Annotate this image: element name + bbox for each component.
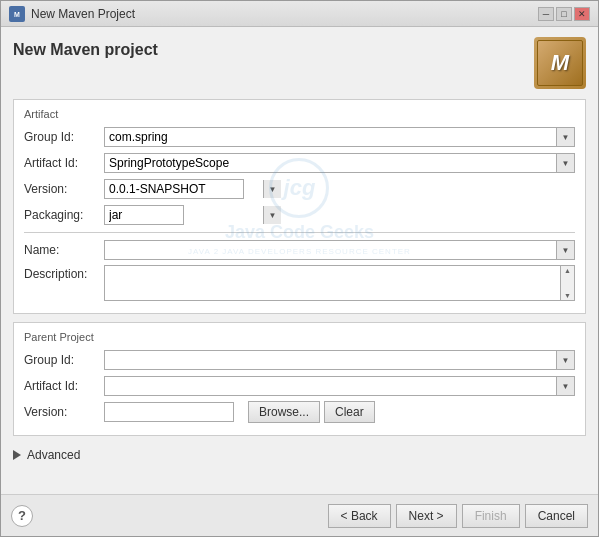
parent-section-label: Parent Project [24, 331, 575, 343]
parent-group-id-input[interactable] [105, 351, 556, 369]
title-bar-left: M New Maven Project [9, 6, 135, 22]
group-id-field: ▼ [104, 127, 575, 147]
artifact-id-input[interactable] [105, 154, 556, 172]
main-form: jcg Java Code Geeks JAVA 2 JAVA DEVELOPE… [13, 99, 586, 484]
scroll-up-icon[interactable]: ▲ [564, 267, 571, 274]
parent-group-id-field: ▼ [104, 350, 575, 370]
packaging-row: Packaging: ▼ [24, 204, 575, 226]
parent-artifact-id-field: ▼ [104, 376, 575, 396]
maven-logo: M [534, 37, 586, 89]
group-id-combo[interactable]: ▼ [104, 127, 575, 147]
window-icon: M [9, 6, 25, 22]
parent-artifact-id-row: Artifact Id: ▼ [24, 375, 575, 397]
packaging-dropdown-arrow[interactable]: ▼ [263, 206, 281, 224]
close-button[interactable]: ✕ [574, 7, 590, 21]
maven-logo-inner: M [537, 40, 583, 86]
version-label: Version: [24, 182, 104, 196]
advanced-label: Advanced [27, 448, 80, 462]
parent-section: Parent Project Group Id: ▼ Artifact Id: [13, 322, 586, 436]
content-area: New Maven project M jcg Java Code Geeks … [1, 27, 598, 494]
artifact-divider [24, 232, 575, 233]
clear-button[interactable]: Clear [324, 401, 375, 423]
window-title: New Maven Project [31, 7, 135, 21]
artifact-section-label: Artifact [24, 108, 575, 120]
version-combo[interactable]: ▼ [104, 179, 244, 199]
parent-artifact-id-label: Artifact Id: [24, 379, 104, 393]
packaging-field: ▼ [104, 205, 575, 225]
title-bar: M New Maven Project ─ □ ✕ [1, 1, 598, 27]
scroll-down-icon[interactable]: ▼ [564, 292, 571, 299]
name-field: ▼ [104, 240, 575, 260]
group-id-input[interactable] [105, 128, 556, 146]
parent-version-label: Version: [24, 405, 104, 419]
page-header: New Maven project M [13, 37, 586, 89]
parent-artifact-id-input[interactable] [105, 377, 556, 395]
help-button[interactable]: ? [11, 505, 33, 527]
group-id-label: Group Id: [24, 130, 104, 144]
parent-version-input[interactable] [105, 403, 263, 421]
parent-version-row: Version: ▼ Browse... Clear [24, 401, 575, 423]
parent-group-id-combo[interactable]: ▼ [104, 350, 575, 370]
artifact-section: jcg Java Code Geeks JAVA 2 JAVA DEVELOPE… [13, 99, 586, 314]
finish-button[interactable]: Finish [462, 504, 520, 528]
description-field: ▲ ▼ [104, 265, 575, 301]
svg-text:M: M [14, 11, 20, 18]
bottom-left: ? [11, 505, 33, 527]
parent-group-id-dropdown-arrow[interactable]: ▼ [556, 351, 574, 369]
bottom-bar: ? < Back Next > Finish Cancel [1, 494, 598, 536]
main-window: M New Maven Project ─ □ ✕ New Maven proj… [0, 0, 599, 537]
advanced-triangle-icon [13, 450, 21, 460]
artifact-id-field: ▼ [104, 153, 575, 173]
parent-group-id-label: Group Id: [24, 353, 104, 367]
version-field: ▼ [104, 179, 575, 199]
version-row: Version: ▼ [24, 178, 575, 200]
name-label: Name: [24, 243, 104, 257]
parent-artifact-id-dropdown-arrow[interactable]: ▼ [556, 377, 574, 395]
parent-group-id-row: Group Id: ▼ [24, 349, 575, 371]
parent-version-controls: ▼ Browse... Clear [104, 401, 575, 423]
cancel-button[interactable]: Cancel [525, 504, 588, 528]
packaging-label: Packaging: [24, 208, 104, 222]
version-dropdown-arrow[interactable]: ▼ [263, 180, 281, 198]
browse-button[interactable]: Browse... [248, 401, 320, 423]
minimize-button[interactable]: ─ [538, 7, 554, 21]
artifact-id-row: Artifact Id: ▼ [24, 152, 575, 174]
artifact-id-label: Artifact Id: [24, 156, 104, 170]
maximize-button[interactable]: □ [556, 7, 572, 21]
description-textarea-wrap: ▲ ▼ [104, 265, 575, 301]
name-row: Name: ▼ [24, 239, 575, 261]
packaging-input[interactable] [105, 206, 263, 224]
artifact-id-dropdown-arrow[interactable]: ▼ [556, 154, 574, 172]
description-row: Description: ▲ ▼ [24, 265, 575, 301]
advanced-row[interactable]: Advanced [13, 444, 586, 466]
group-id-row: Group Id: ▼ [24, 126, 575, 148]
back-button[interactable]: < Back [328, 504, 391, 528]
version-input[interactable] [105, 180, 263, 198]
name-dropdown-arrow[interactable]: ▼ [556, 241, 574, 259]
packaging-combo[interactable]: ▼ [104, 205, 184, 225]
bottom-buttons: < Back Next > Finish Cancel [328, 504, 588, 528]
description-label: Description: [24, 265, 104, 281]
artifact-id-combo[interactable]: ▼ [104, 153, 575, 173]
name-combo[interactable]: ▼ [104, 240, 575, 260]
name-input[interactable] [105, 241, 556, 259]
parent-artifact-id-combo[interactable]: ▼ [104, 376, 575, 396]
group-id-dropdown-arrow[interactable]: ▼ [556, 128, 574, 146]
title-buttons: ─ □ ✕ [538, 7, 590, 21]
parent-version-combo[interactable]: ▼ [104, 402, 234, 422]
description-textarea[interactable] [105, 266, 560, 300]
next-button[interactable]: Next > [396, 504, 457, 528]
page-title: New Maven project [13, 37, 158, 59]
description-scrollbar: ▲ ▼ [560, 266, 574, 300]
parent-version-buttons: Browse... Clear [248, 401, 375, 423]
